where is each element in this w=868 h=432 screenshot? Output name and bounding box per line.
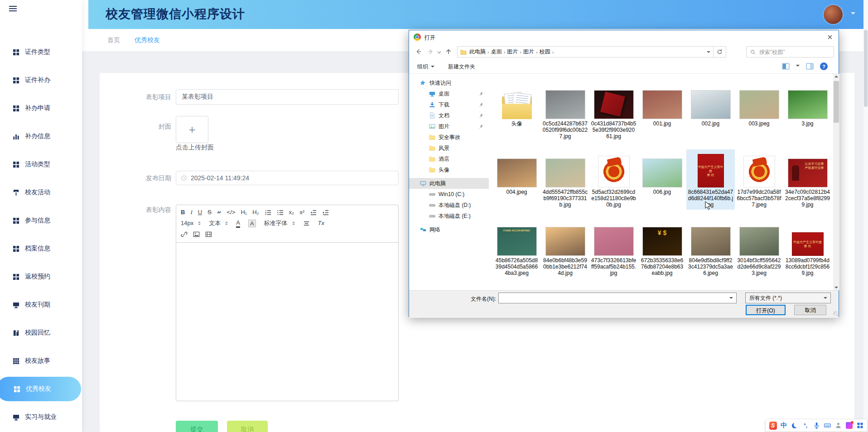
dialog-nav-item-网络[interactable]: 网络: [409, 224, 489, 235]
cover-upload-button[interactable]: +: [176, 116, 208, 143]
new-folder-button[interactable]: 新建文件夹: [448, 63, 475, 71]
dialog-nav-item-快速访问[interactable]: 快速访问: [409, 77, 489, 88]
scroll-down-icon[interactable]: [834, 287, 838, 288]
file-item[interactable]: 17d7e99dc20a58f6bcc57bacf3b578f7.jpeg: [735, 149, 783, 210]
scroll-up-icon[interactable]: [834, 76, 838, 77]
code-button[interactable]: </>: [227, 207, 236, 217]
toolbox-grid-icon[interactable]: [856, 422, 864, 429]
file-item[interactable]: 84e0b6bf48b3e590bb1e3be6212f744d.jpg: [541, 218, 589, 278]
file-item[interactable]: 头像: [492, 81, 541, 141]
file-item[interactable]: 473c7f3326613bfeff59acaf5b24b155.jpg: [589, 218, 638, 278]
italic-button[interactable]: I: [190, 207, 192, 217]
chevron-down-icon[interactable]: [729, 297, 733, 301]
bg-color-button[interactable]: A: [248, 220, 256, 227]
submit-button[interactable]: 提交: [176, 421, 218, 432]
change-view-icon[interactable]: [782, 62, 790, 70]
open-button[interactable]: 打开(O): [746, 305, 786, 315]
file-item[interactable]: 002.jpg: [686, 81, 735, 141]
recent-locations-icon[interactable]: [437, 50, 441, 54]
file-item[interactable]: 004.jpeg: [492, 149, 541, 210]
address-segment[interactable]: 此电脑: [468, 48, 487, 56]
superscript-button[interactable]: x²: [299, 207, 304, 217]
font-family-button[interactable]: 标准字体: [264, 218, 295, 228]
sidebar-item-优秀校友[interactable]: 优秀校友: [0, 377, 81, 401]
file-item[interactable]: 3.jpg: [783, 81, 832, 141]
dialog-nav-item-风景[interactable]: 风景: [409, 143, 489, 154]
moon-icon[interactable]: [791, 422, 799, 429]
bullet-list-button[interactable]: [277, 209, 284, 216]
dialog-cancel-button[interactable]: 取消: [794, 305, 826, 315]
file-item[interactable]: 3014bf3cff595642d2de66d9c8af2293.jpeg: [735, 218, 783, 278]
sidebar-item-实习与就业[interactable]: 实习与就业: [0, 403, 82, 431]
file-item[interactable]: 006.jpg: [638, 149, 686, 210]
page-scrollbar-thumb[interactable]: [864, 30, 868, 107]
subscript-button[interactable]: x₂: [289, 207, 294, 217]
sidebar-item-返校预约[interactable]: 返校预约: [0, 263, 82, 291]
breadcrumb-item[interactable]: 优秀校友: [135, 36, 160, 44]
sogou-logo-icon[interactable]: S: [769, 422, 777, 429]
sidebar-item-证件补办[interactable]: 证件补办: [0, 66, 82, 94]
sidebar-item-校友故事[interactable]: 校友故事: [0, 347, 82, 375]
file-item[interactable]: ¥ $672b35356338e676db87204e8b63eabb.jpg: [638, 218, 686, 278]
dialog-nav-item-Win10 (C:)[interactable]: Win10 (C:): [409, 189, 489, 200]
file-item[interactable]: 4dd555472ffb855cb9f69190c377331b.jpg: [541, 149, 589, 210]
dialog-nav-item-下载[interactable]: 下载: [409, 99, 489, 110]
preview-pane-icon[interactable]: [806, 62, 814, 70]
dialog-nav-item-文档[interactable]: 文档: [409, 110, 489, 121]
dialog-nav-item-桌面[interactable]: 桌面: [409, 88, 489, 99]
menu-toggle-icon[interactable]: [9, 5, 17, 13]
breadcrumb-item[interactable]: 首页: [107, 36, 120, 44]
address-segment[interactable]: 校园: [538, 48, 552, 56]
sidebar-item-校友活动[interactable]: 校友活动: [0, 178, 82, 206]
sidebar-item-参与信息[interactable]: 参与信息: [0, 206, 82, 235]
skin-icon[interactable]: [845, 422, 853, 429]
sidebar-item-补办信息[interactable]: 补办信息: [0, 122, 82, 150]
underline-button[interactable]: U: [198, 207, 202, 217]
search-input[interactable]: [758, 48, 828, 56]
address-segment[interactable]: 桌面: [489, 48, 504, 56]
format-button[interactable]: 文本: [209, 218, 228, 228]
dialog-nav-item-本地磁盘 (E:)[interactable]: 本地磁盘 (E:): [409, 211, 489, 221]
dialog-nav-item-安全事故[interactable]: 安全事故: [409, 132, 489, 143]
address-segment[interactable]: 图片: [521, 48, 536, 56]
person-icon[interactable]: [834, 422, 842, 429]
close-icon[interactable]: [826, 33, 834, 41]
date-picker[interactable]: 2025-02-14 11:49:24: [176, 171, 399, 185]
sidebar-item-补办申请[interactable]: 补办申请: [0, 94, 82, 122]
scrollbar-thumb[interactable]: [834, 81, 839, 123]
organize-menu[interactable]: 组织: [417, 63, 434, 71]
strike-button[interactable]: S: [207, 207, 212, 217]
header-2-button[interactable]: H₂: [252, 207, 259, 217]
bold-button[interactable]: B: [181, 207, 185, 217]
dialog-titlebar[interactable]: 打开: [409, 30, 839, 44]
filetype-select[interactable]: 所有文件 (*.*): [745, 293, 831, 303]
chinese-mode-icon[interactable]: 中: [780, 422, 788, 429]
dialog-nav-item-本地磁盘 (D:)[interactable]: 本地磁盘 (D:): [409, 200, 489, 211]
file-item[interactable]: FUND ACCOUNTING45b86726a505d839d4504d5a5…: [492, 218, 541, 278]
link-button[interactable]: [181, 231, 188, 238]
microphone-icon[interactable]: [813, 422, 820, 429]
dialog-nav-item-头像[interactable]: 头像: [409, 164, 489, 175]
address-bar[interactable]: 此电脑›桌面›图片›图片›校园›: [457, 46, 714, 58]
image-button[interactable]: [193, 231, 200, 238]
clear-format-button[interactable]: Tx: [318, 218, 324, 228]
sidebar-item-证件类型[interactable]: 证件类型: [0, 38, 82, 66]
keyboard-icon[interactable]: [824, 422, 831, 429]
file-item[interactable]: 中国共产主义青年团 章 程13089ad0799fb4d8cc6dcbf1f29…: [783, 218, 832, 278]
blockquote-button[interactable]: “: [217, 208, 222, 216]
indent-button[interactable]: [322, 209, 329, 216]
header-1-button[interactable]: H₁: [241, 207, 247, 217]
filename-input[interactable]: [499, 293, 736, 303]
up-icon[interactable]: [445, 48, 452, 55]
file-item[interactable]: 804e9d5bd8cf9ff23c412379dc5a3ae6.jpeg: [686, 218, 735, 278]
sidebar-item-校友刊期[interactable]: 校友刊期: [0, 291, 82, 319]
resize-grip[interactable]: [833, 311, 838, 316]
file-item[interactable]: 0c431d84737b4b55e39f2f9903e92061.jpg: [589, 81, 638, 141]
dialog-nav-item-图片[interactable]: 图片: [409, 121, 489, 132]
punctuation-icon[interactable]: °,: [802, 422, 810, 429]
project-input[interactable]: [176, 89, 399, 105]
dialog-nav-item-此电脑[interactable]: 此电脑: [409, 178, 489, 189]
font-size-button[interactable]: 14px: [181, 218, 201, 228]
avatar[interactable]: [824, 5, 843, 24]
sidebar-item-活动类型[interactable]: 活动类型: [0, 150, 82, 178]
